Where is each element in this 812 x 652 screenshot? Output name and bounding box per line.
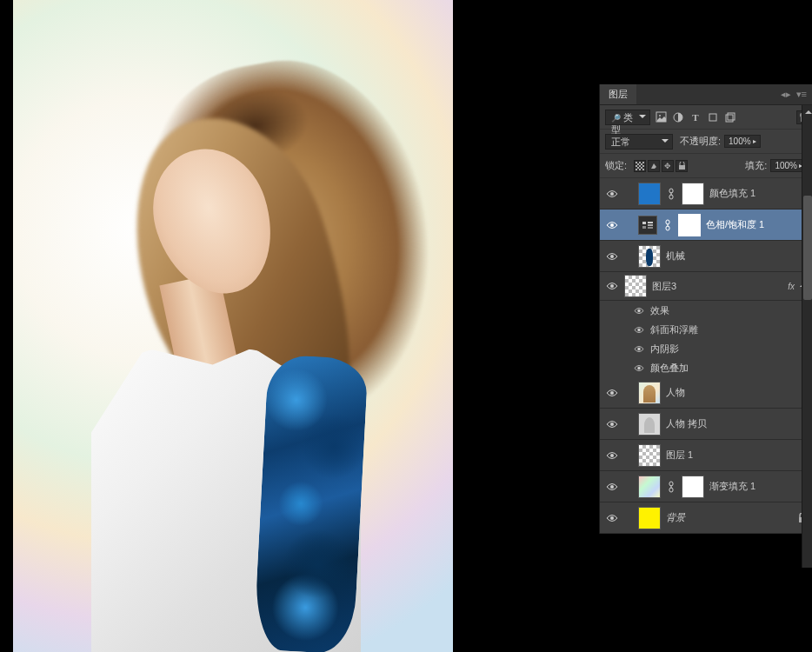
visibility-icon[interactable] [605,386,619,400]
layers-panel: 图层 ◂▸ ▾≡ 🔎 类型 T 正常 不透明度: 100% [599,84,812,534]
tab-layers[interactable]: 图层 [600,84,636,104]
effect-name: 斜面和浮雕 [650,323,698,336]
svg-point-32 [610,422,614,426]
effect-item[interactable]: 斜面和浮雕 [600,320,812,339]
svg-rect-18 [642,226,646,229]
layer-row[interactable]: 色相/饱和度 1 [600,210,812,241]
layer-thumbnail[interactable] [638,476,661,498]
svg-point-1 [659,115,661,116]
layer-row[interactable]: 人物 拷贝 [600,409,812,440]
layer-name[interactable]: 渐变填充 1 [709,480,807,493]
mask-link-icon[interactable] [666,476,676,498]
layer-thumbnail[interactable] [638,382,661,404]
layer-thumbnail[interactable] [638,183,661,205]
visibility-icon[interactable] [605,449,619,462]
visibility-icon[interactable] [633,362,645,374]
svg-point-25 [610,255,614,258]
fx-indicator[interactable]: fx [788,282,795,291]
effect-item[interactable]: 内阴影 [600,339,812,358]
layer-name[interactable]: 图层3 [652,280,782,293]
mask-link-icon[interactable] [666,183,676,205]
visibility-icon[interactable] [633,323,645,336]
visibility-icon[interactable] [605,249,619,263]
layer-mask-thumbnail[interactable] [678,214,701,236]
layer-row[interactable]: 渐变填充 1 [600,471,812,502]
layer-thumbnail[interactable] [638,507,661,529]
svg-point-38 [610,516,614,520]
layer-name[interactable]: 人物 拷贝 [666,417,807,430]
layer-row[interactable]: 背景 [600,502,812,534]
lock-fill-row: 锁定: ✥ 填充: 100% [600,154,812,178]
effects-header[interactable]: 效果 [600,301,812,320]
svg-rect-20 [648,224,653,226]
layer-thumbnail[interactable] [638,413,661,436]
blend-mode-dropdown[interactable]: 正常 [605,134,673,150]
effect-name: 颜色叠加 [650,362,689,375]
layer-thumbnail[interactable] [638,444,661,467]
visibility-icon[interactable] [605,417,619,431]
layers-scrollbar[interactable] [802,105,812,568]
layer-row[interactable]: 图层3 fx [600,272,812,301]
svg-point-28 [637,328,640,330]
mask-link-icon[interactable] [662,214,673,236]
panel-menu-icon[interactable]: ▾≡ [796,89,807,100]
effect-item[interactable]: 颜色叠加 [600,358,812,377]
canvas[interactable] [13,0,453,652]
svg-rect-21 [648,227,653,229]
layer-mask-thumbnail[interactable] [682,476,704,498]
scrollbar-thumb[interactable] [803,196,812,300]
svg-point-34 [610,485,614,489]
layer-name[interactable]: 人物 [666,386,807,399]
svg-point-27 [637,309,640,311]
canvas-image [65,35,430,652]
visibility-icon[interactable] [605,187,619,201]
svg-rect-4 [726,115,733,122]
layer-row[interactable]: 图层 1 [600,440,812,471]
visibility-icon[interactable] [633,304,645,316]
svg-point-33 [610,454,614,457]
svg-rect-3 [709,114,716,121]
visibility-icon[interactable] [605,511,619,525]
layer-mask-thumbnail[interactable] [682,183,704,205]
adjustment-icon[interactable] [638,216,657,235]
adjustment-filter-icon[interactable] [671,110,685,124]
layer-thumbnail[interactable] [624,275,647,297]
layer-name[interactable]: 机械 [666,249,807,263]
layer-name[interactable]: 色相/饱和度 1 [706,218,807,231]
opacity-label: 不透明度: [680,135,721,148]
layer-row[interactable]: 机械 [600,241,812,272]
layer-row[interactable]: 颜色填充 1 [600,178,812,210]
layers-list: 颜色填充 1 色相/饱和度 1 机械 [600,178,812,534]
panel-collapse-icon[interactable]: ◂▸ [781,89,791,100]
lock-transparent-icon[interactable] [634,160,646,172]
lock-pixels-icon[interactable] [648,160,660,172]
layer-name[interactable]: 背景 [666,511,793,524]
lock-position-icon[interactable]: ✥ [662,160,674,172]
visibility-icon[interactable] [633,343,645,355]
shape-filter-icon[interactable] [706,110,720,124]
visibility-icon[interactable] [605,279,619,293]
layer-name[interactable]: 图层 1 [666,449,807,462]
filter-type-dropdown[interactable]: 🔎 类型 [605,110,650,125]
svg-point-12 [610,192,614,196]
svg-point-16 [610,223,614,227]
smartobject-filter-icon[interactable] [723,110,737,124]
effect-name: 内阴影 [650,343,679,356]
visibility-icon[interactable] [605,480,619,494]
panel-tabs: 图层 ◂▸ ▾≡ [600,84,812,105]
layer-name[interactable]: 颜色填充 1 [709,187,807,200]
layer-thumbnail[interactable] [638,245,661,268]
svg-rect-19 [648,222,653,223]
svg-point-31 [610,391,614,395]
svg-point-26 [610,284,614,288]
svg-rect-11 [679,165,685,170]
opacity-value[interactable]: 100% [724,135,761,148]
visibility-icon[interactable] [605,218,619,232]
fill-label: 填充: [745,159,767,172]
type-filter-icon[interactable]: T [689,110,702,124]
svg-point-30 [637,366,640,369]
effects-label: 效果 [650,304,669,317]
lock-all-icon[interactable] [676,160,688,172]
image-filter-icon[interactable] [654,110,668,124]
layer-row[interactable]: 人物 [600,377,812,409]
